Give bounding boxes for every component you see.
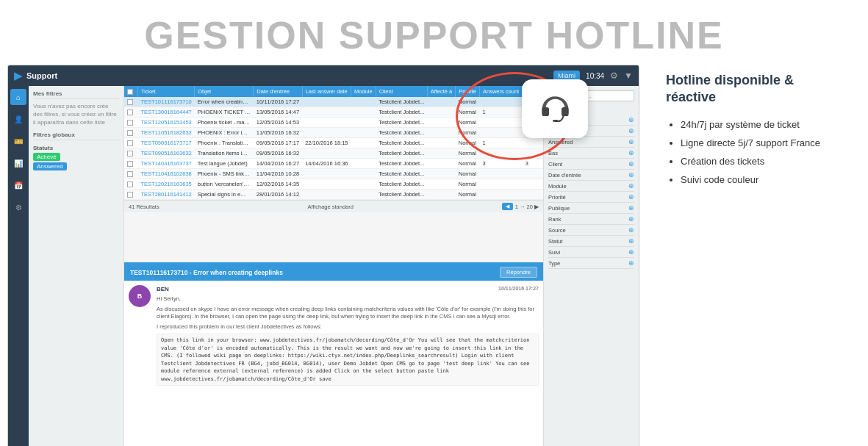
col-last-answer[interactable]: Last answer date <box>302 86 351 97</box>
message-code-block: Open this link in your browser: www.jobd… <box>157 334 539 386</box>
table-row[interactable]: TEST090516163632 Translation items in re… <box>124 148 543 159</box>
display-mode: Affichage standard <box>308 204 354 210</box>
col-ticket[interactable]: Ticket <box>138 86 195 97</box>
ticket-author-avatar: B <box>129 285 151 307</box>
message-date: 10/11/2016 17:27 <box>498 285 539 292</box>
reply-button[interactable]: Répondre <box>500 267 537 278</box>
bullet-item: 24h/7j par système de ticket <box>681 118 846 132</box>
statut-acheve[interactable]: Achevé <box>33 153 60 161</box>
col-client[interactable]: Client <box>376 86 427 97</box>
table-row[interactable]: TEST140416163737 Test langue (Jobdet) 14… <box>124 159 543 169</box>
info-panel: Hotline disponible & réactive 24h/7j par… <box>651 65 861 200</box>
sidebar-icon-chart[interactable]: 📊 <box>10 155 26 171</box>
table-row[interactable]: TEST130016164447 PHOENIX TICKET - Email … <box>124 107 543 118</box>
table-header-row: Ticket Objet Date d'entrée Last answer d… <box>124 86 543 97</box>
col-affecte[interactable]: Affecté à <box>427 86 455 97</box>
champ-item[interactable]: Bas⊕ <box>548 148 634 159</box>
title-area: GESTION SUPPORT HOTLINE <box>0 0 868 65</box>
svg-rect-2 <box>562 107 568 115</box>
col-priorite[interactable]: Priorité <box>456 86 480 97</box>
app-body: ⌂ 👤 🎫 📊 📅 ⚙ Mes filtres Vous n'avez pas … <box>8 86 639 446</box>
settings-icon[interactable]: ⚙ <box>610 71 618 81</box>
table-row[interactable]: TEST120516153453 Phoenix ticket - mail m… <box>124 118 543 128</box>
screenshot-panel: ▶ Support Miami 10:34 ⚙ ▼ ⌂ 👤 🎫 <box>7 65 639 446</box>
table-row[interactable]: TEST110416102638 Phoenix - SMS linked ca… <box>124 169 543 179</box>
bullet-item: Création des tickets <box>681 155 846 168</box>
champ-item[interactable]: Module⊕ <box>548 181 634 192</box>
champ-item[interactable]: Priorité⊕ <box>548 192 634 203</box>
statut-answered[interactable]: Answered <box>33 162 67 170</box>
app-logo: ▶ <box>14 70 22 82</box>
filter-icon[interactable]: ▼ <box>624 71 633 81</box>
sidebar-icons: ⌂ 👤 🎫 📊 📅 ⚙ <box>8 86 29 446</box>
col-answers[interactable]: Answers count <box>479 86 522 97</box>
prev-page-btn[interactable]: ◀ <box>502 203 513 210</box>
sidebar-icon-user[interactable]: 👤 <box>10 111 26 127</box>
svg-rect-1 <box>542 107 548 115</box>
content-row: ▶ Support Miami 10:34 ⚙ ▼ ⌂ 👤 🎫 <box>0 65 868 446</box>
ticket-detail-body: B BEN 10/11/2016 17:27 Hi Sertyn, As dis… <box>124 281 543 390</box>
hotline-icon-box <box>522 79 588 138</box>
table-row[interactable]: TEST110516182632 PHOENIX : Error in Phoe… <box>124 128 543 138</box>
champ-item[interactable]: Source⊕ <box>548 225 634 236</box>
champ-item[interactable]: Statut⊕ <box>548 236 634 247</box>
col-checkbox <box>124 86 138 97</box>
page-title: GESTION SUPPORT HOTLINE <box>0 13 868 57</box>
filtres-globaux-title: Filtres globaux <box>33 132 119 140</box>
champ-item[interactable]: Answered⊕ <box>548 137 634 148</box>
svg-rect-0 <box>535 89 575 129</box>
statut-label: Statuts <box>33 145 119 151</box>
ticket-detail-title: TEST101116173710 - Error when creating d… <box>130 269 283 276</box>
ticket-message-content: BEN 10/11/2016 17:27 Hi Sertyn, As discu… <box>157 285 539 386</box>
message-greeting: Hi Sertyn, <box>157 295 539 303</box>
time-display: 10:34 <box>586 72 604 80</box>
bullet-list: 24h/7j par système de ticketLigne direct… <box>666 118 846 187</box>
main-content: Ticket Objet Date d'entrée Last answer d… <box>124 86 543 446</box>
pagination: ◀ 1 → 20 ▶ <box>502 203 539 210</box>
col-module[interactable]: Module <box>351 86 376 97</box>
champ-item[interactable]: Client⊕ <box>548 159 634 170</box>
sidebar-icon-settings[interactable]: ⚙ <box>10 199 26 215</box>
table-row[interactable]: TEST101116173710 Error when creating dee… <box>124 97 543 107</box>
champ-item[interactable]: Type⊕ <box>548 258 634 269</box>
table-row[interactable]: TEST280116141412 Special signs in email … <box>124 190 543 200</box>
champ-item[interactable]: Date d'entrée⊕ <box>548 170 634 181</box>
right-panel: Champs Affecté à⊕Answer date⊕Answered⊕Ba… <box>543 86 639 446</box>
table-row[interactable]: TEST090516173717 Phoenix : Translation i… <box>124 138 543 148</box>
app-title: Support <box>26 71 57 80</box>
champ-item[interactable]: Publique⊕ <box>548 203 634 214</box>
message-reproduced: I reproduced this problem in our test cl… <box>157 323 539 331</box>
page-info: 1 → 20 ▶ <box>515 204 539 210</box>
filter-hint: Vous n'avez pas encore crée des filtres,… <box>33 102 119 127</box>
headset-icon <box>535 89 575 129</box>
ticket-detail-header: TEST101116173710 - Error when creating d… <box>124 264 543 281</box>
sidebar-icon-calendar[interactable]: 📅 <box>10 177 26 193</box>
statut-section: Statuts Achevé Answered <box>33 145 119 172</box>
champ-item[interactable]: Suivi⊕ <box>548 247 634 258</box>
ticket-detail: TEST101116173710 - Error when creating d… <box>124 262 543 446</box>
table-area: Ticket Objet Date d'entrée Last answer d… <box>124 86 543 262</box>
svg-rect-3 <box>553 120 558 122</box>
tickets-tbody: TEST101116173710 Error when creating dee… <box>124 97 543 200</box>
message-author: BEN 10/11/2016 17:27 <box>157 285 539 293</box>
results-count: 41 Résultats <box>129 204 159 210</box>
table-footer: 41 Résultats Affichage standard ◀ 1 → 20… <box>124 200 543 212</box>
col-date-entree[interactable]: Date d'entrée <box>254 86 302 97</box>
bullet-item: Ligne directe 5j/7 support France <box>681 137 846 150</box>
message-body: As discussed on skype I have an error me… <box>157 306 539 321</box>
sidebar-icon-ticket[interactable]: 🎫 <box>10 133 26 149</box>
page: GESTION SUPPORT HOTLINE ▶ Support Miami … <box>0 0 868 446</box>
left-panel: Mes filtres Vous n'avez pas encore crée … <box>29 86 124 446</box>
hotline-tagline: Hotline disponible & réactive <box>666 72 846 107</box>
tickets-table: Ticket Objet Date d'entrée Last answer d… <box>124 86 543 200</box>
sidebar-icon-home[interactable]: ⌂ <box>10 89 26 105</box>
table-row[interactable]: TEST120216163635 button 'vercanelen' in … <box>124 179 543 190</box>
bullet-item: Suivi code couleur <box>681 173 846 187</box>
champ-item[interactable]: Rank⊕ <box>548 214 634 225</box>
mes-filtres-title: Mes filtres <box>33 90 119 99</box>
col-objet[interactable]: Objet <box>195 86 254 97</box>
